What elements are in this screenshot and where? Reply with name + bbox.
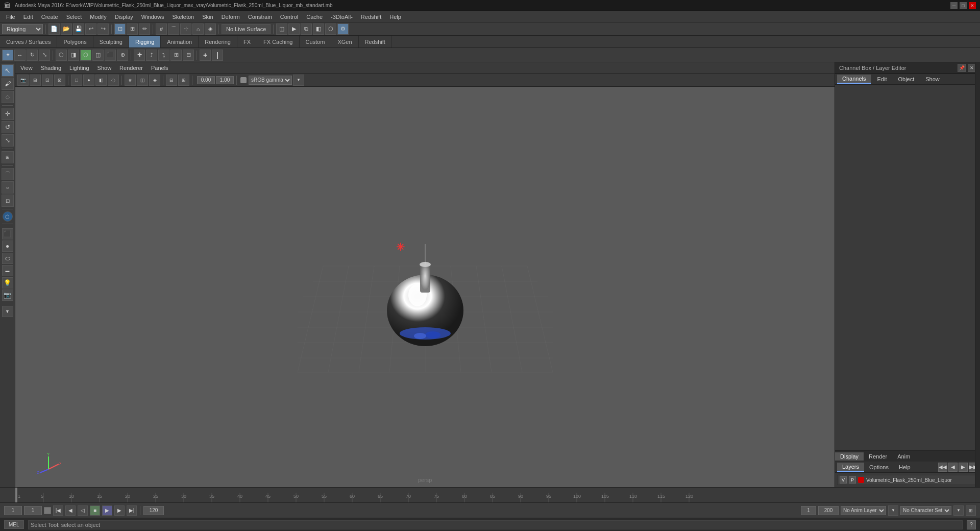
insert-joint-btn[interactable]: ⊞	[170, 50, 182, 61]
no-anim-layer-dropdown[interactable]: No Anim Layer	[841, 506, 886, 515]
hypershade-btn[interactable]: ⬡	[325, 23, 336, 35]
frame-world-btn[interactable]: ⊠	[54, 75, 65, 86]
move-tool-left[interactable]: ✛	[2, 108, 14, 120]
timeline-area[interactable]: 1 5 10 15 20 25 30 35 40 45 50 55 60 65 …	[0, 487, 980, 502]
tab-rigging[interactable]: Rigging	[129, 36, 161, 47]
face-btn[interactable]: ⬛	[105, 50, 116, 61]
menu-file[interactable]: File	[2, 13, 19, 21]
jump-to-start-btn[interactable]: |◀	[53, 505, 63, 516]
close-button[interactable]: ✕	[969, 2, 976, 9]
tab-animation[interactable]: Animation	[161, 36, 199, 47]
xray-btn[interactable]: ◌	[108, 75, 119, 86]
isolate-select-btn[interactable]: ⊟	[166, 75, 177, 86]
scale-tool-left[interactable]: ⤡	[2, 134, 14, 147]
cylinder-create-btn[interactable]: ⬭	[2, 253, 13, 264]
soft-select-btn[interactable]: ⬡	[56, 50, 67, 61]
show-manipulator[interactable]: ⊞	[2, 151, 14, 163]
tab-options[interactable]: Options	[864, 463, 894, 471]
layer-item[interactable]: V P Volumetric_Flask_250ml_Blue_Liquor	[837, 475, 978, 485]
lasso-tool[interactable]: ◌	[2, 91, 14, 103]
lasso-btn[interactable]: ⊞	[127, 23, 138, 35]
tab-object[interactable]: Object	[893, 75, 919, 83]
anim-end-input[interactable]	[818, 506, 839, 515]
gamma-arrow[interactable]: ▼	[293, 75, 304, 86]
end-frame-input[interactable]	[143, 506, 164, 515]
mel-python-toggle[interactable]: MEL	[4, 520, 24, 529]
minus-icon[interactable]: |	[212, 50, 223, 61]
menu-control[interactable]: Control	[276, 13, 302, 21]
layer-v-toggle[interactable]: V	[840, 476, 847, 484]
append-tool[interactable]: ⊡	[2, 195, 14, 207]
wireframe-on-shade-btn[interactable]: ◧	[95, 75, 107, 86]
sphere-create-btn[interactable]: ●	[2, 240, 13, 252]
viewport-val2[interactable]	[216, 76, 234, 84]
edge-btn[interactable]: ◫	[92, 50, 104, 61]
layer-prev-btn[interactable]: ◀◀	[938, 463, 947, 472]
prev-key-btn[interactable]: ◀	[65, 505, 76, 516]
light-btn[interactable]: 💡	[2, 277, 13, 288]
paint-select-tool[interactable]: 🖌	[2, 78, 14, 90]
menu-edit[interactable]: Edit	[19, 13, 37, 21]
menu-display[interactable]: Display	[111, 13, 137, 21]
camera-btn[interactable]: 📷	[2, 289, 13, 301]
minimize-button[interactable]: ─	[950, 2, 958, 9]
vp-menu-show[interactable]: Show	[94, 64, 115, 72]
tab-show[interactable]: Show	[920, 75, 945, 83]
layer-p-toggle[interactable]: P	[849, 476, 856, 484]
right-scrollbar[interactable]	[975, 62, 980, 487]
vertex-btn[interactable]: ⬡	[80, 50, 91, 61]
layer-back-btn[interactable]: ◀	[948, 463, 958, 472]
menu-redshift[interactable]: Redshift	[357, 13, 385, 21]
tab-anim[interactable]: Anim	[892, 452, 915, 461]
move-tool-btn[interactable]: ↔	[14, 50, 26, 61]
rotate-tool-left[interactable]: ↺	[2, 121, 14, 133]
cube-create-btn[interactable]: ⬛	[2, 228, 13, 239]
plus-icon[interactable]: +	[200, 50, 211, 61]
rotate-tool-btn[interactable]: ↻	[27, 50, 38, 61]
tab-render[interactable]: Render	[864, 452, 892, 461]
maximize-button[interactable]: □	[960, 2, 967, 9]
vp-menu-panels[interactable]: Panels	[148, 64, 172, 72]
camera-settings-btn[interactable]: 📷	[17, 75, 29, 86]
vp-menu-shading[interactable]: Shading	[38, 64, 64, 72]
play-stop-btn[interactable]: ■	[90, 505, 100, 516]
camera-toggle-btn[interactable]: ◫	[137, 75, 148, 86]
reroot-btn[interactable]: ⊟	[183, 50, 194, 61]
render-btn[interactable]: ▶	[288, 23, 300, 35]
select-tool-btn[interactable]: ✦	[2, 50, 13, 61]
snap-live-btn[interactable]: ◈	[205, 23, 216, 35]
tab-sculpting[interactable]: Sculpting	[93, 36, 129, 47]
render-settings-btn[interactable]: ◫	[276, 23, 287, 35]
open-scene-btn[interactable]: 📂	[61, 23, 72, 35]
selection-highlight-btn[interactable]: ◈	[149, 75, 160, 86]
play-forward-btn[interactable]: ▶	[102, 505, 112, 516]
plane-create-btn[interactable]: ▬	[2, 265, 13, 276]
sculpt-tool[interactable]: ○	[2, 181, 14, 194]
dope-sheet-btn[interactable]: ⊞	[966, 505, 976, 516]
component-btn[interactable]: ◨	[68, 50, 79, 61]
tab-fx-caching[interactable]: FX Caching	[257, 36, 299, 47]
tab-curves-surfaces[interactable]: Curves / Surfaces	[0, 36, 57, 47]
joint-tool-btn[interactable]: ✚	[134, 50, 145, 61]
tab-edit[interactable]: Edit	[872, 75, 892, 83]
current-frame-input[interactable]	[4, 506, 22, 515]
tab-channels[interactable]: Channels	[837, 75, 871, 84]
ik-spline-btn[interactable]: ⤵	[158, 50, 169, 61]
menu-skin[interactable]: Skin	[198, 13, 217, 21]
render-small-btn[interactable]: ⬡	[3, 211, 13, 222]
scale-tool-btn[interactable]: ⤡	[39, 50, 50, 61]
tab-layers[interactable]: Layers	[837, 463, 864, 472]
snap-curve-btn[interactable]: ⌒	[168, 23, 179, 35]
tab-display[interactable]: Display	[835, 452, 864, 461]
save-scene-btn[interactable]: 💾	[73, 23, 84, 35]
frame-all-btn[interactable]: ⊞	[30, 75, 41, 86]
help-line-btn[interactable]: ?	[967, 520, 976, 529]
expand-left-btn[interactable]: ▼	[2, 306, 13, 317]
anim-layer-arrow[interactable]: ▼	[888, 505, 898, 516]
ipr-btn[interactable]: ⧉	[301, 23, 312, 35]
menu-constrain[interactable]: Constrain	[244, 13, 276, 21]
next-key-btn[interactable]: ▶	[114, 505, 125, 516]
start-frame-input[interactable]	[24, 506, 42, 515]
select-tool[interactable]: ↖	[2, 64, 14, 77]
select-mode-btn[interactable]: ⊡	[114, 23, 126, 35]
